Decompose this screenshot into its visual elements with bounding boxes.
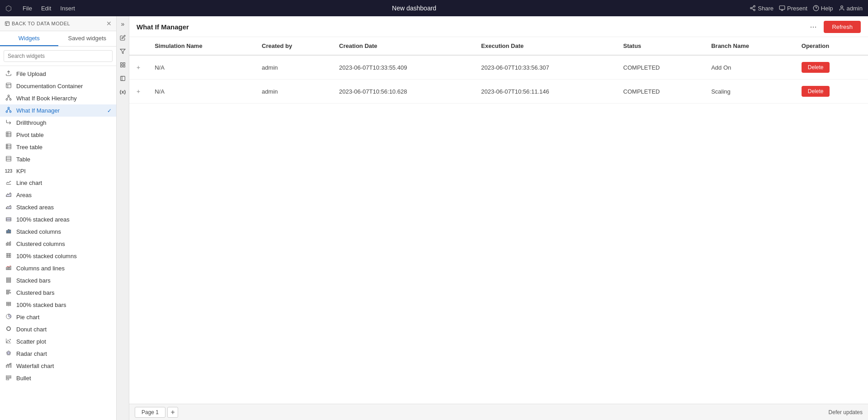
insert-menu[interactable]: Insert [57,4,79,13]
row1-delete-button[interactable]: Delete [802,62,830,73]
edit-menu[interactable]: Edit [38,4,55,13]
filter-tool-button[interactable] [118,46,128,56]
svg-rect-88 [123,62,125,64]
share-button[interactable]: Share [750,5,774,12]
refresh-button[interactable]: Refresh [824,21,861,33]
sidebar-item-donut-chart[interactable]: Donut chart [0,323,116,335]
svg-rect-45 [9,243,10,245]
variable-tool-button[interactable]: (x) [118,87,128,97]
sidebar-search-area [0,47,116,66]
row2-execution-date: 2023-06-07T10:56:11.146 [474,80,616,104]
svg-rect-34 [6,156,11,161]
search-input[interactable] [4,50,113,62]
sidebar-close-button[interactable]: ✕ [106,20,112,27]
waterfall-chart-icon [5,362,13,370]
row1-creation-date: 2023-06-07T10:33:55.409 [332,55,474,80]
sidebar-item-tree-table[interactable]: Tree table [0,141,116,153]
tab-widgets[interactable]: Widgets [0,31,58,46]
sidebar-item-what-if-manager[interactable]: What If Manager ✓ [0,104,116,117]
svg-rect-87 [121,62,123,64]
svg-point-16 [8,95,9,97]
expand-sidebar-button[interactable]: » [118,19,128,29]
table-row: + N/A admin 2023-06-07T10:33:55.409 2023… [129,55,868,80]
sidebar-item-areas[interactable]: Areas [0,189,116,201]
page-1-tab[interactable]: Page 1 [135,407,165,418]
sidebar-item-drillthrough[interactable]: Drillthrough [0,117,116,129]
topbar: ⬡ File Edit Insert New dashboard Share P… [0,0,868,16]
sidebar-item-bullet[interactable]: Bullet [0,372,116,384]
active-check-icon: ✓ [107,108,112,114]
svg-rect-80 [8,365,9,368]
svg-line-3 [752,9,754,9]
sidebar-item-what-if-book-hierarchy[interactable]: What If Book Hierarchy [0,92,116,104]
sidebar-item-table[interactable]: Table [0,153,116,165]
sidebar-item-100-stacked-bars[interactable]: 100% stacked bars [0,299,116,311]
widget-tool-button[interactable] [118,73,128,83]
sidebar-item-line-chart[interactable]: Line chart [0,177,116,189]
row2-delete-button[interactable]: Delete [802,86,830,97]
sidebar-item-file-upload[interactable]: File Upload [0,68,116,80]
sidebar-item-stacked-areas[interactable]: Stacked areas [0,201,116,213]
svg-point-69 [8,328,9,330]
sidebar-item-scatter-plot[interactable]: Scatter plot [0,335,116,348]
defer-updates-button[interactable]: Defer updates [829,409,863,415]
table-body: + N/A admin 2023-06-07T10:33:55.409 2023… [129,55,868,104]
drillthrough-icon [5,119,13,127]
svg-rect-13 [6,83,11,88]
svg-rect-61 [6,293,10,293]
sidebar-back-to-data-model[interactable]: BACK TO DATA MODEL [5,21,70,26]
sidebar-item-100-stacked-areas[interactable]: 100% stacked areas [0,213,116,226]
svg-line-19 [7,97,9,99]
pivot-table-icon [5,131,13,139]
row1-expand[interactable]: + [129,55,147,80]
sidebar-header: BACK TO DATA MODEL ✕ [0,16,116,31]
svg-rect-57 [6,280,10,281]
sidebar-item-100-stacked-columns[interactable]: 100% stacked columns [0,250,116,262]
sidebar-item-stacked-bars[interactable]: Stacked bars [0,274,116,287]
row2-branch-name: Scaling [704,80,794,104]
svg-rect-58 [6,282,10,283]
svg-rect-43 [6,243,7,245]
stacked-bars-icon [5,277,13,284]
columns-and-lines-icon [5,264,13,272]
row2-status: COMPLETED [616,80,704,104]
sidebar-item-pivot-table[interactable]: Pivot table [0,129,116,141]
svg-line-25 [9,109,10,111]
edit-tool-button[interactable] [118,33,128,42]
sidebar-item-pie-chart[interactable]: Pie chart [0,311,116,323]
sidebar-item-kpi[interactable]: 123 KPI [0,165,116,177]
data-table-wrapper: Simulation Name Created by Creation Date… [129,37,868,404]
sidebar-item-clustered-columns[interactable]: Clustered columns [0,238,116,250]
row1-created-by: admin [255,55,332,80]
svg-point-17 [6,99,7,100]
svg-rect-90 [123,65,125,67]
add-page-button[interactable]: + [167,407,178,418]
table-row: + N/A admin 2023-06-07T10:56:10.628 2023… [129,80,868,104]
row2-expand[interactable]: + [129,80,147,104]
clustered-bars-icon [5,289,13,297]
sidebar-item-columns-and-lines[interactable]: Columns and lines [0,262,116,274]
svg-rect-89 [121,65,123,67]
what-if-manager-icon [5,107,13,114]
help-button[interactable]: Help [813,5,833,12]
line-chart-icon [5,179,13,187]
file-menu[interactable]: File [19,4,36,13]
sidebar-item-documentation-container[interactable]: Documentation Container [0,80,116,92]
stacked-columns-icon [5,228,13,236]
documentation-icon [5,82,13,90]
sidebar-item-radar-chart[interactable]: Radar chart [0,348,116,360]
sidebar-item-waterfall-chart[interactable]: Waterfall chart [0,360,116,372]
user-menu[interactable]: admin [839,5,863,12]
svg-rect-40 [6,231,7,233]
100-stacked-columns-icon [5,252,13,260]
col-creation-date: Creation Date [332,37,474,55]
table-icon [5,156,13,163]
sidebar-item-clustered-bars[interactable]: Clustered bars [0,287,116,299]
sidebar-item-stacked-columns[interactable]: Stacked columns [0,226,116,238]
grid-tool-button[interactable] [118,60,128,70]
svg-rect-91 [121,76,125,80]
widget-more-button[interactable]: ··· [810,22,816,32]
present-button[interactable]: Present [779,5,807,12]
tab-saved-widgets[interactable]: Saved widgets [58,31,117,46]
row2-created-by: admin [255,80,332,104]
